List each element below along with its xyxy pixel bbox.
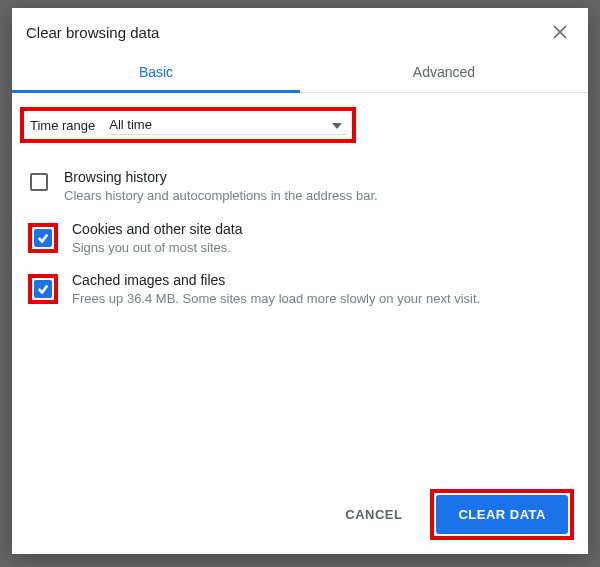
option-text: Cookies and other site data Signs you ou… [72,221,572,257]
option-title: Cookies and other site data [72,221,572,237]
close-icon [553,25,567,39]
clear-data-button[interactable]: CLEAR DATA [436,495,568,534]
time-range-select[interactable]: All time [107,115,346,135]
checkbox-browsing-history[interactable] [30,173,48,191]
cancel-button[interactable]: CANCEL [327,497,420,532]
option-desc: Signs you out of most sites. [72,239,572,257]
checkbox-cookies[interactable] [34,229,52,247]
chevron-down-icon [332,117,342,132]
option-browsing-history: Browsing history Clears history and auto… [12,161,588,213]
option-cache: Cached images and files Frees up 36.4 MB… [12,264,588,316]
backdrop: Clear browsing data Basic Advanced Time … [0,0,600,567]
checkbox-wrap-cookies [28,223,58,253]
time-range-label: Time range [30,118,95,133]
option-title: Browsing history [64,169,572,185]
clear-data-highlight: CLEAR DATA [430,489,574,540]
checkbox-wrap-history [28,171,50,193]
tab-basic[interactable]: Basic [12,50,300,92]
dialog-footer: CANCEL CLEAR DATA [12,475,588,554]
option-text: Browsing history Clears history and auto… [64,169,572,205]
option-desc: Frees up 36.4 MB. Some sites may load mo… [72,290,572,308]
clear-browsing-data-dialog: Clear browsing data Basic Advanced Time … [12,8,588,554]
check-icon [37,232,49,244]
checkbox-wrap-cache [28,274,58,304]
time-range-row: Time range All time [24,111,352,139]
dialog-content: Time range All time Browsing history Cle… [12,93,588,475]
time-range-value: All time [109,117,152,132]
close-button[interactable] [550,22,570,42]
dialog-title: Clear browsing data [26,24,550,41]
option-desc: Clears history and autocompletions in th… [64,187,572,205]
tabs: Basic Advanced [12,50,588,93]
option-title: Cached images and files [72,272,572,288]
checkbox-cache[interactable] [34,280,52,298]
check-icon [37,283,49,295]
dialog-header: Clear browsing data [12,8,588,50]
option-cookies: Cookies and other site data Signs you ou… [12,213,588,265]
time-range-highlight: Time range All time [20,107,356,143]
tab-advanced[interactable]: Advanced [300,50,588,92]
option-text: Cached images and files Frees up 36.4 MB… [72,272,572,308]
